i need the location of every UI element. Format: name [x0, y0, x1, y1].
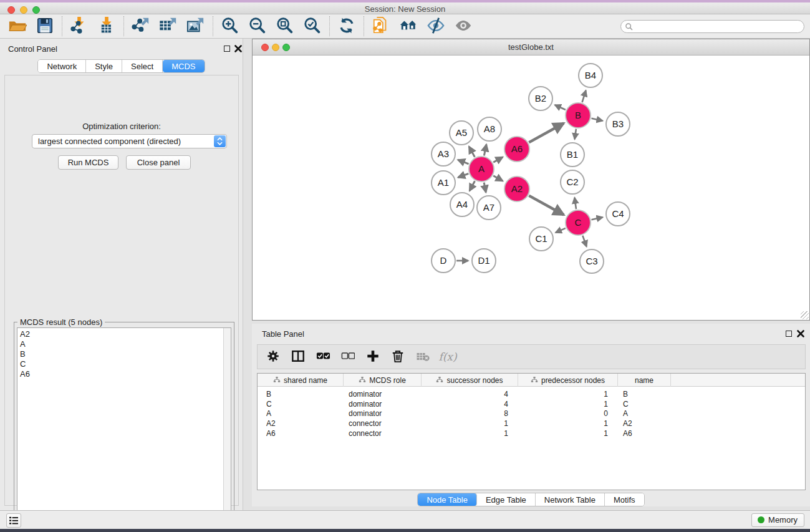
- edge-A-A8[interactable]: [484, 144, 486, 155]
- graph-node-B2[interactable]: B2: [529, 87, 552, 110]
- table-cell[interactable]: 1: [518, 390, 608, 400]
- table-cell[interactable]: 8: [422, 409, 508, 419]
- tab-motifs[interactable]: Motifs: [605, 493, 644, 506]
- table-cell[interactable]: B: [266, 390, 342, 400]
- zoom-out-button[interactable]: [244, 15, 271, 37]
- show-columns-button[interactable]: [290, 349, 306, 365]
- create-column-button[interactable]: [365, 349, 381, 365]
- refresh-button[interactable]: [333, 15, 360, 37]
- edge-A-A5[interactable]: [469, 147, 475, 157]
- float-panel-icon[interactable]: [224, 46, 230, 52]
- save-session-button[interactable]: [31, 15, 59, 37]
- graph-node-C2[interactable]: C2: [561, 170, 584, 194]
- hide-details-button[interactable]: [422, 15, 450, 37]
- table-cell[interactable]: C: [623, 400, 666, 410]
- table-cell[interactable]: A2: [266, 419, 342, 429]
- edge-B-B2[interactable]: [555, 105, 566, 110]
- graph-node-C[interactable]: C: [566, 210, 591, 235]
- graph-node-C4[interactable]: C4: [606, 202, 630, 226]
- graph-node-A3[interactable]: A3: [432, 142, 455, 166]
- edge-A-A4[interactable]: [470, 181, 475, 191]
- graph-node-A2[interactable]: A2: [504, 177, 529, 201]
- edge-C-C1[interactable]: [556, 228, 566, 233]
- column-header-name[interactable]: name: [618, 374, 671, 387]
- table-cell[interactable]: dominator: [349, 400, 417, 410]
- column-header-successor-nodes[interactable]: successor nodes: [422, 374, 518, 387]
- table-cell[interactable]: 1: [518, 400, 608, 410]
- edge-C-C4[interactable]: [591, 217, 602, 220]
- tab-edge-table[interactable]: Edge Table: [477, 493, 536, 506]
- criterion-dropdown[interactable]: largest connected component (directed): [32, 134, 227, 148]
- graph-node-B[interactable]: B: [566, 103, 591, 128]
- graph-node-B1[interactable]: B1: [561, 143, 584, 167]
- tab-style[interactable]: Style: [86, 60, 122, 72]
- graph-node-D1[interactable]: D1: [472, 249, 496, 273]
- table-cell[interactable]: dominator: [349, 409, 417, 419]
- edge-B-B4[interactable]: [582, 90, 586, 102]
- show-details-button[interactable]: [450, 15, 477, 37]
- graph-node-A[interactable]: A: [469, 157, 494, 181]
- zoom-selected-button[interactable]: [299, 15, 326, 37]
- task-history-button[interactable]: [6, 513, 21, 528]
- table-float-panel-icon[interactable]: [786, 331, 792, 337]
- graph-node-B3[interactable]: B3: [606, 112, 630, 136]
- table-cell[interactable]: connector: [349, 419, 417, 429]
- deselect-all-button[interactable]: [340, 349, 356, 365]
- export-image-button[interactable]: [182, 15, 210, 37]
- tab-network[interactable]: Network: [38, 60, 86, 72]
- network-file-button[interactable]: [367, 15, 395, 37]
- graph-node-C1[interactable]: C1: [529, 227, 553, 251]
- edge-A2-C[interactable]: [529, 196, 564, 215]
- dropdown-stepper[interactable]: [214, 135, 226, 147]
- table-cell[interactable]: A6: [266, 429, 342, 439]
- table-cell[interactable]: 4: [422, 390, 508, 400]
- tab-network-table[interactable]: Network Table: [536, 493, 605, 506]
- table-cell[interactable]: 0: [518, 409, 608, 419]
- graph-node-A1[interactable]: A1: [432, 171, 455, 195]
- zoom-in-button[interactable]: [216, 15, 244, 37]
- table-cell[interactable]: 1: [422, 419, 508, 429]
- graph-node-A5[interactable]: A5: [450, 121, 473, 145]
- graph-node-A6[interactable]: A6: [504, 137, 529, 162]
- column-header-predecessor-nodes[interactable]: predecessor nodes: [518, 374, 618, 387]
- function-builder-button[interactable]: f(x): [440, 349, 456, 365]
- edge-A-A7[interactable]: [484, 183, 486, 193]
- table-cell[interactable]: C: [266, 400, 342, 410]
- import-table-button[interactable]: [93, 15, 120, 37]
- edge-C-C2[interactable]: [574, 198, 576, 209]
- delete-table-button[interactable]: [415, 349, 431, 365]
- edge-A-A6[interactable]: [493, 157, 503, 163]
- graph-node-A4[interactable]: A4: [450, 193, 474, 216]
- table-options-button[interactable]: [265, 349, 281, 365]
- table-cell[interactable]: dominator: [349, 390, 417, 400]
- result-list-item[interactable]: C: [20, 359, 221, 369]
- delete-column-button[interactable]: [390, 349, 406, 365]
- select-all-button[interactable]: [315, 349, 331, 365]
- zoom-fit-button[interactable]: [271, 15, 299, 37]
- graph-node-C3[interactable]: C3: [580, 249, 604, 273]
- table-cell[interactable]: 1: [518, 419, 608, 429]
- edge-A6-B[interactable]: [529, 123, 564, 143]
- table-cell[interactable]: 1: [422, 429, 508, 439]
- graph-node-B4[interactable]: B4: [579, 64, 602, 87]
- tab-node-table[interactable]: Node Table: [418, 493, 477, 506]
- result-list-scrollbar[interactable]: [223, 328, 231, 530]
- graph-node-A7[interactable]: A7: [477, 196, 501, 220]
- open-session-button[interactable]: [4, 15, 31, 37]
- result-list-item[interactable]: A: [20, 339, 221, 349]
- edge-B-B1[interactable]: [575, 129, 576, 139]
- memory-button[interactable]: Memory: [751, 513, 804, 527]
- import-network-button[interactable]: [65, 15, 93, 37]
- table-cell[interactable]: A6: [623, 429, 666, 439]
- home-button[interactable]: [395, 15, 422, 37]
- table-cell[interactable]: A2: [623, 419, 666, 429]
- search-input[interactable]: [634, 22, 804, 31]
- edge-B-B3[interactable]: [591, 118, 602, 121]
- edge-A-A2[interactable]: [493, 176, 503, 181]
- window-resize-grip[interactable]: [801, 311, 809, 319]
- close-panel-icon[interactable]: [234, 44, 242, 53]
- table-cell[interactable]: connector: [349, 429, 417, 439]
- graph-node-D[interactable]: D: [432, 249, 455, 273]
- table-cell[interactable]: A: [266, 409, 342, 419]
- result-list-item[interactable]: A2: [20, 329, 221, 339]
